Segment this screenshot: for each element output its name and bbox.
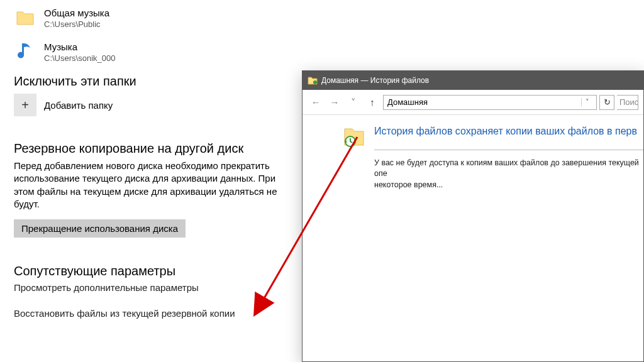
file-history-icon xyxy=(343,125,365,148)
backup-description: Перед добавлением нового диска необходим… xyxy=(14,160,294,211)
file-history-description: У вас не будет доступа к копиям ваших фа… xyxy=(374,158,643,191)
folder-title: Общая музыка xyxy=(44,8,109,18)
settings-panel: Общая музыка C:\Users\Public Музыка C:\U… xyxy=(0,0,302,319)
file-history-window: Домашняя — История файлов ← → ˅ ↑ Домашн… xyxy=(302,70,644,362)
search-placeholder: Поис xyxy=(619,97,638,107)
folder-title: Музыка xyxy=(44,41,115,52)
divider xyxy=(374,150,643,150)
folder-small-icon xyxy=(308,76,318,85)
folder-icon xyxy=(14,6,36,29)
window-content: История файлов сохраняет копии ваших фай… xyxy=(303,115,643,361)
folder-item-shared-music[interactable]: Общая музыка C:\Users\Public xyxy=(14,6,302,29)
chevron-down-icon[interactable]: ˅ xyxy=(345,94,362,111)
address-bar[interactable]: Домашняя ˅ xyxy=(383,95,597,110)
add-folder-label: Добавить папку xyxy=(44,100,113,111)
nav-toolbar: ← → ˅ ↑ Домашняя ˅ ↻ Поис xyxy=(303,90,643,115)
add-folder-button[interactable]: + xyxy=(14,94,36,116)
address-text: Домашняя xyxy=(387,97,428,107)
exclude-heading: Исключить эти папки xyxy=(14,74,302,89)
file-history-title: История файлов сохраняет копии ваших фай… xyxy=(374,125,643,138)
music-icon xyxy=(14,40,36,63)
stop-using-disk-button[interactable]: Прекращение использования диска xyxy=(14,219,186,238)
address-dropdown-icon[interactable]: ˅ xyxy=(581,98,592,106)
nav-back-button[interactable]: ← xyxy=(308,94,324,111)
refresh-button[interactable]: ↻ xyxy=(599,95,614,110)
view-advanced-link[interactable]: Просмотреть дополнительные параметры xyxy=(14,282,302,293)
search-input[interactable]: Поис xyxy=(617,95,638,110)
svg-point-0 xyxy=(313,80,317,84)
restore-files-link[interactable]: Восстановить файлы из текущей резервной … xyxy=(14,308,302,319)
window-title: Домашняя — История файлов xyxy=(321,76,429,85)
folder-item-music[interactable]: Музыка C:\Users\sonik_000 xyxy=(14,40,302,63)
folder-path: C:\Users\Public xyxy=(44,19,109,29)
window-titlebar[interactable]: Домашняя — История файлов xyxy=(303,71,643,90)
nav-up-button[interactable]: ↑ xyxy=(364,94,380,111)
backup-heading: Резервное копирование на другой диск xyxy=(14,141,302,156)
nav-forward-button[interactable]: → xyxy=(326,94,343,111)
folder-path: C:\Users\sonik_000 xyxy=(44,53,115,63)
related-heading: Сопутствующие параметры xyxy=(14,264,302,278)
